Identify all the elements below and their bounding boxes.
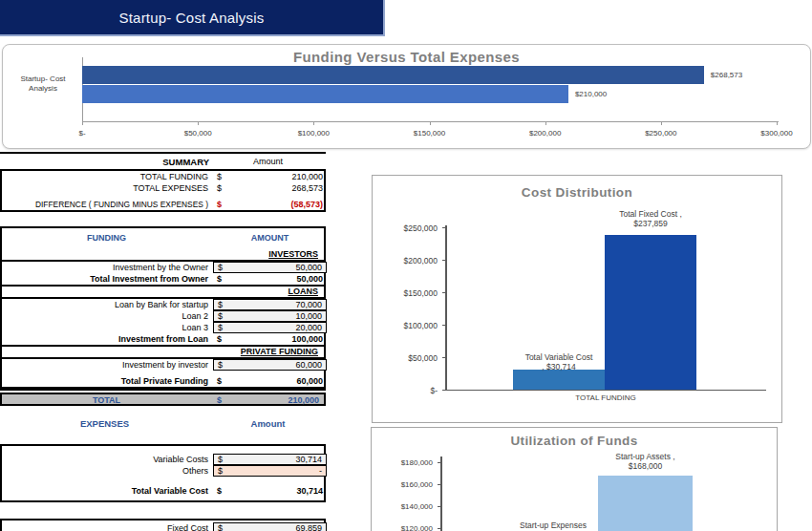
amount-input-cell[interactable]: $30,714: [213, 454, 327, 465]
amount-input-cell[interactable]: $20,000: [213, 322, 327, 333]
amount-input-cell[interactable]: $69,859: [213, 522, 327, 531]
amount-cell: $268,573: [213, 182, 327, 194]
currency-symbol: $: [214, 466, 223, 476]
section-subheader-label: LOANS: [288, 287, 319, 296]
funding-table-header: FUNDING AMOUNT: [2, 230, 324, 244]
utilization-of-funds-chart: Utilization of Funds $180,000$160,000$14…: [371, 427, 778, 531]
y-tick-label: $50,000: [376, 353, 438, 363]
amount-value: 60,000: [223, 360, 326, 370]
table-row: Loan 3$20,000: [2, 322, 324, 333]
y-tick-mark: [438, 506, 440, 507]
funding-table: FUNDING AMOUNT INVESTORSInvestment by th…: [0, 226, 326, 391]
x-tick-label: $300,000: [748, 129, 805, 138]
amount-value: 30,714: [223, 455, 326, 464]
currency-symbol: $: [213, 334, 222, 344]
table-row: TOTAL FUNDING$210,000: [2, 171, 324, 182]
bar-data-label-line: Start-up Expenses: [477, 520, 630, 530]
amount-input-cell[interactable]: $10,000: [213, 310, 327, 322]
bar-data-label-line: $237,859: [576, 219, 725, 228]
amount-value: 20,000: [223, 323, 326, 332]
amount-cell: $60,000: [213, 375, 327, 387]
amount-input-cell[interactable]: $60,000: [213, 359, 327, 371]
x-tick-label: $100,000: [285, 129, 342, 138]
amount-input-cell[interactable]: $50,000: [213, 262, 327, 273]
row-label: TOTAL FUNDING: [2, 172, 211, 181]
table-row: DIFFERENCE ( FUNDING MINUS EXPENSES )$(5…: [2, 199, 324, 210]
row-label: TOTAL EXPENSES: [2, 183, 211, 193]
table-row: Total Private Funding$60,000: [2, 375, 324, 387]
bar-data-label-line: $168,000: [569, 461, 721, 471]
chart-bar-total-funding: [82, 85, 568, 103]
chart-bar-total-expenses: [82, 66, 704, 84]
currency-symbol: $: [213, 183, 222, 193]
total-dollar: $: [217, 395, 222, 405]
currency-symbol: $: [213, 486, 222, 496]
y-tick-label: $100,000: [376, 321, 438, 330]
currency-symbol: $: [214, 523, 223, 531]
currency-symbol: $: [214, 323, 223, 332]
amount-input-cell[interactable]: $70,000: [213, 299, 327, 310]
amount-value: 50,000: [222, 274, 327, 284]
amount-value: 100,000: [222, 334, 327, 344]
table-row: Investment by investor$60,000: [2, 359, 324, 371]
table-row: Variable Costs$30,714: [2, 454, 324, 465]
row-label: Total Investment from Owner: [2, 274, 211, 284]
cost-distribution-title: Cost Distribution: [373, 185, 781, 200]
x-tick-label: $250,000: [632, 129, 690, 138]
y-tick-mark: [438, 462, 440, 463]
y-tick-mark: [442, 292, 445, 293]
row-label: Total Private Funding: [2, 376, 211, 386]
fixed-cost-table-body: Fixed Cost$69,859: [0, 519, 326, 531]
amount-cell: $50,000: [213, 273, 327, 285]
bar-value-label: $210,000: [575, 90, 607, 98]
section-subheader: PRIVATE FUNDING: [2, 347, 324, 357]
x-tick-mark: [545, 121, 546, 125]
funding-section-box: Investment by the Owner$50,000Total Inve…: [0, 260, 326, 287]
category-label-line: Startup- Cost: [7, 74, 79, 84]
x-tick-mark: [198, 121, 199, 125]
row-label: Loan 3: [2, 323, 211, 332]
bar-data-label-line: Start-up Assets ,: [569, 452, 721, 461]
amount-value: 30,714: [222, 486, 327, 496]
summary-amount-header: Amount: [211, 157, 325, 166]
table-row: Loan by Bank for startup$70,000: [2, 299, 324, 310]
amount-value: 268,573: [222, 183, 327, 193]
summary-header-label: SUMMARY: [0, 157, 209, 167]
section-subheader: INVESTORS: [2, 249, 324, 260]
x-tick-mark: [661, 121, 662, 125]
table-row: Investment from Loan$100,000: [2, 333, 324, 345]
x-axis-line: [445, 390, 766, 391]
currency-symbol: $: [213, 376, 222, 386]
x-tick-label: $-: [53, 129, 111, 138]
section-subheader-label: PRIVATE FUNDING: [241, 347, 318, 356]
y-tick-mark: [442, 357, 445, 358]
x-tick-mark: [430, 121, 431, 125]
x-axis-line: [82, 121, 779, 122]
row-label: Total Variable Cost: [2, 486, 211, 496]
expenses-table-body: Variable Costs$30,714Others$-Total Varia…: [0, 444, 326, 502]
table-row: Total Variable Cost$30,714: [2, 485, 324, 497]
summary-table: SUMMARY Amount TOTAL FUNDING$210,000TOTA…: [0, 152, 326, 212]
chart-bar-total-fixed-cost: [605, 235, 696, 390]
expenses-header-label: EXPENSES: [0, 418, 209, 429]
y-tick-mark: [442, 227, 445, 228]
y-tick-label: $250,000: [376, 223, 438, 233]
amount-value: -: [223, 466, 326, 476]
row-label: Variable Costs: [2, 455, 211, 464]
expenses-table: EXPENSES Amount Variable Costs$30,714Oth…: [0, 417, 326, 502]
table-row: Total Investment from Owner$50,000: [2, 273, 324, 285]
bar-value-label: $268,573: [711, 71, 742, 79]
table-row: Loan 2$10,000: [2, 310, 324, 322]
category-label-line: Analysis: [7, 84, 79, 94]
amount-value: 69,859: [223, 523, 326, 531]
funding-amount-header: AMOUNT: [213, 233, 327, 243]
x-axis-category-label: TOTAL FUNDING: [445, 393, 766, 402]
funding-section-box: Investment by investor$60,000Total Priva…: [0, 357, 326, 389]
bar-data-label-partial: Start-up Expenses: [477, 520, 630, 530]
y-axis-line: [440, 457, 442, 531]
currency-symbol: $: [214, 455, 223, 464]
y-tick-mark: [438, 528, 440, 529]
cost-distribution-chart: Cost Distribution $250,000$200,000$150,0…: [372, 175, 782, 423]
amount-input-cell[interactable]: $-: [213, 465, 327, 477]
amount-value: (58,573): [222, 200, 327, 209]
